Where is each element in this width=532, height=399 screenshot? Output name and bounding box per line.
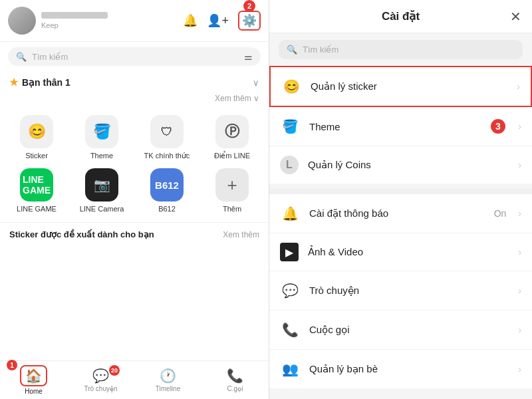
b612-icon: B612 bbox=[150, 168, 184, 201]
bell-icon[interactable]: 🔔 bbox=[183, 13, 198, 28]
theme-manage-label: Theme bbox=[309, 121, 509, 132]
chevron-down-icon[interactable]: ∨ bbox=[253, 78, 259, 88]
quick-item-theme[interactable]: 🪣 Theme bbox=[69, 111, 134, 164]
coins-label: Quản lý Coins bbox=[308, 159, 509, 171]
settings-item-chat[interactable]: 💬 Trò chuyện › bbox=[269, 271, 532, 311]
notification-label: Cài đặt thông báo bbox=[309, 207, 485, 219]
label-3-badge: 3 bbox=[491, 119, 505, 134]
linecamera-icon: 📷 bbox=[85, 168, 118, 201]
timeline-label: Timeline bbox=[156, 385, 180, 392]
nav-chat[interactable]: 💬 Trò chuyện 20 bbox=[67, 361, 134, 399]
sticker-suggest-title: Sticker được đề xuất dành cho bạn bbox=[9, 229, 154, 239]
settings-item-coins[interactable]: L Quản lý Coins › bbox=[269, 146, 532, 184]
quick-item-official[interactable]: 🛡 TK chính thức bbox=[134, 111, 200, 164]
section-title: ★ Bạn thân 1 bbox=[9, 76, 70, 88]
notification-value: On bbox=[494, 208, 507, 219]
official-label: TK chính thức bbox=[144, 152, 190, 160]
settings-item-sticker[interactable]: 😊 Quản lý sticker › bbox=[269, 66, 532, 107]
chevron-right-icon: › bbox=[517, 81, 520, 92]
left-panel: Keep 🔔 👤+ ⚙️ 2 🔍 Tìm kiếm ⚌ ★ Bạn thân 1… bbox=[0, 0, 269, 399]
filter-icon[interactable]: ⚌ bbox=[244, 51, 253, 62]
quick-item-linecamera[interactable]: 📷 LINE Camera bbox=[69, 164, 134, 217]
settings-icon[interactable]: ⚙️ 2 bbox=[238, 11, 261, 31]
username-bar bbox=[41, 12, 108, 19]
chevron-right-icon-3: › bbox=[518, 160, 521, 170]
search-placeholder: Tìm kiếm bbox=[32, 52, 239, 62]
chevron-right-icon-5: › bbox=[518, 247, 521, 257]
header-user: Keep bbox=[41, 12, 178, 29]
quick-item-linegame[interactable]: LINEGAME LINE GAME bbox=[4, 164, 69, 217]
timeline-icon: 🕐 bbox=[160, 368, 176, 384]
theme-icon: 🪣 bbox=[85, 115, 118, 148]
best-friends-section: ★ Bạn thân 1 ∨ bbox=[0, 71, 269, 91]
header-icons: 🔔 👤+ ⚙️ 2 bbox=[183, 11, 261, 31]
sticker-label: Sticker bbox=[25, 152, 48, 160]
chat-manage-label: Trò chuyện bbox=[309, 285, 509, 297]
nav-timeline[interactable]: 🕐 Timeline bbox=[134, 361, 201, 399]
points-label: Điểm LINE bbox=[214, 152, 250, 160]
more-icon: + bbox=[215, 168, 249, 201]
chevron-right-icon-2: › bbox=[518, 121, 521, 132]
settings-item-theme[interactable]: 🪣 Theme 3 › bbox=[269, 107, 532, 146]
settings-item-media[interactable]: ▶ Ảnh & Video › bbox=[269, 233, 532, 271]
settings-header: Cài đặt ✕ bbox=[269, 0, 532, 33]
media-icon: ▶ bbox=[280, 243, 299, 261]
coins-icon: L bbox=[280, 156, 299, 174]
media-label: Ảnh & Video bbox=[308, 246, 509, 258]
settings-search[interactable]: 🔍 Tìm kiếm bbox=[279, 40, 523, 59]
settings-item-friends[interactable]: 👥 Quản lý bạn bè › bbox=[269, 350, 532, 388]
b612-label: B612 bbox=[158, 205, 176, 213]
call-label: C.gọi bbox=[227, 385, 243, 392]
add-friend-icon[interactable]: 👤+ bbox=[207, 13, 229, 28]
friends-icon: 👥 bbox=[280, 359, 300, 379]
theme-label: Theme bbox=[90, 152, 113, 160]
settings-title: Cài đặt bbox=[382, 9, 420, 23]
settings-divider bbox=[269, 189, 532, 194]
nav-home[interactable]: 🏠 Home 1 bbox=[0, 361, 67, 399]
keep-label: Keep bbox=[41, 21, 178, 29]
points-icon: Ⓟ bbox=[215, 115, 249, 148]
call-icon: 📞 bbox=[227, 368, 243, 384]
search-bar[interactable]: 🔍 Tìm kiếm ⚌ bbox=[8, 47, 261, 66]
chat-icon: 💬 bbox=[92, 368, 109, 384]
quick-item-points[interactable]: Ⓟ Điểm LINE bbox=[200, 111, 265, 164]
nav-call[interactable]: 📞 C.gọi bbox=[201, 361, 269, 399]
home-box: 🏠 bbox=[20, 365, 47, 386]
home-icon: 🏠 bbox=[25, 368, 42, 383]
settings-search-placeholder: Tìm kiếm bbox=[303, 45, 338, 55]
bottom-nav: 🏠 Home 1 💬 Trò chuyện 20 🕐 Timeline 📞 C.… bbox=[0, 360, 269, 399]
quick-item-sticker[interactable]: 😊 Sticker bbox=[4, 111, 69, 164]
chat-manage-icon: 💬 bbox=[280, 281, 300, 301]
chevron-right-icon-4: › bbox=[518, 208, 521, 219]
settings-search-icon: 🔍 bbox=[287, 45, 297, 55]
chevron-right-icon-8: › bbox=[518, 364, 521, 374]
home-label: Home bbox=[25, 388, 43, 395]
chevron-right-icon-7: › bbox=[518, 325, 521, 335]
chevron-right-icon-6: › bbox=[518, 285, 521, 296]
settings-group2: 🔔 Cài đặt thông báo On › ▶ Ảnh & Video ›… bbox=[269, 194, 532, 388]
quick-item-b612[interactable]: B612 B612 bbox=[134, 164, 200, 217]
right-panel: Cài đặt ✕ 🔍 Tìm kiếm 😊 Quản lý sticker ›… bbox=[269, 0, 532, 399]
star-icon: ★ bbox=[9, 76, 18, 88]
calls-icon: 📞 bbox=[280, 320, 300, 340]
settings-badge: 2 bbox=[243, 0, 255, 12]
avatar bbox=[8, 7, 36, 35]
notification-icon: 🔔 bbox=[280, 203, 300, 223]
sticker-icon: 😊 bbox=[20, 115, 53, 148]
settings-item-notifications[interactable]: 🔔 Cài đặt thông báo On › bbox=[269, 194, 532, 233]
settings-item-calls[interactable]: 📞 Cuộc gọi › bbox=[269, 311, 532, 350]
header: Keep 🔔 👤+ ⚙️ 2 bbox=[0, 0, 269, 42]
calls-label: Cuộc gọi bbox=[309, 324, 509, 336]
more-label: Thêm bbox=[223, 205, 241, 213]
close-button[interactable]: ✕ bbox=[510, 9, 521, 25]
linecamera-label: LINE Camera bbox=[80, 205, 124, 213]
sticker-xem-them[interactable]: Xem thêm bbox=[223, 230, 259, 239]
home-badge: 1 bbox=[7, 360, 17, 370]
search-icon: 🔍 bbox=[16, 52, 27, 62]
theme-manage-icon: 🪣 bbox=[280, 116, 300, 136]
linegame-icon: LINEGAME bbox=[20, 168, 53, 201]
xem-them-top: Xem thêm ∨ bbox=[0, 91, 269, 106]
quick-item-more[interactable]: + Thêm bbox=[200, 164, 265, 217]
chat-badge: 20 bbox=[109, 365, 120, 376]
friends-label: Quản lý bạn bè bbox=[309, 363, 509, 375]
